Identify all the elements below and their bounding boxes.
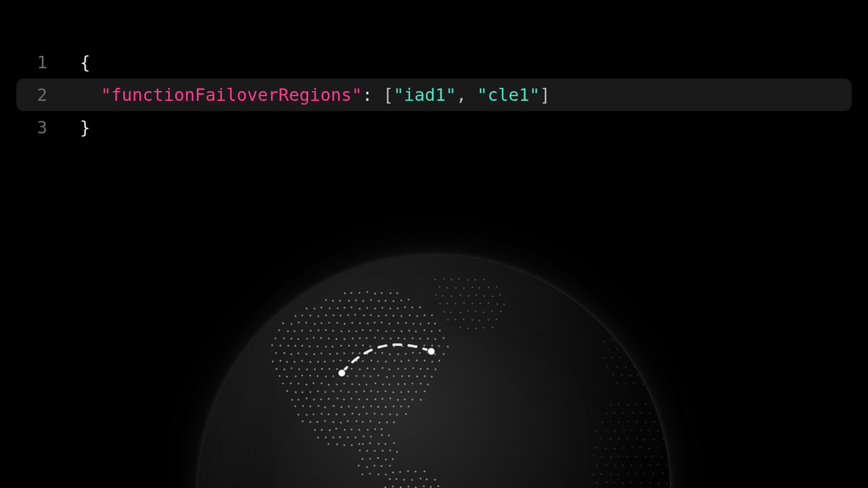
svg-point-924 bbox=[450, 312, 452, 313]
svg-point-770 bbox=[623, 429, 625, 431]
svg-point-193 bbox=[283, 369, 285, 370]
svg-point-185 bbox=[394, 359, 395, 361]
svg-point-4 bbox=[366, 291, 368, 293]
land-dots-europe bbox=[604, 322, 666, 385]
svg-point-774 bbox=[657, 431, 659, 432]
svg-point-387 bbox=[399, 471, 401, 473]
code-content: "functionFailoverRegions": ["iad1", "cle… bbox=[69, 85, 550, 105]
svg-point-2 bbox=[350, 292, 352, 294]
svg-point-27 bbox=[350, 306, 352, 308]
svg-point-903 bbox=[488, 286, 489, 288]
svg-point-366 bbox=[359, 450, 361, 451]
svg-point-912 bbox=[492, 296, 494, 297]
svg-point-63 bbox=[336, 322, 338, 324]
svg-point-156 bbox=[352, 352, 354, 354]
svg-point-288 bbox=[397, 399, 399, 401]
svg-point-373 bbox=[369, 458, 371, 459]
svg-point-761 bbox=[618, 421, 620, 423]
svg-point-295 bbox=[318, 405, 320, 407]
svg-point-23 bbox=[321, 307, 322, 309]
svg-point-209 bbox=[405, 368, 406, 369]
svg-point-281 bbox=[343, 399, 344, 400]
svg-point-374 bbox=[377, 457, 379, 459]
svg-point-309 bbox=[306, 414, 308, 415]
svg-point-817 bbox=[653, 473, 654, 474]
svg-point-815 bbox=[635, 473, 636, 474]
svg-point-918 bbox=[471, 303, 473, 304]
svg-point-340 bbox=[344, 429, 346, 431]
svg-point-241 bbox=[328, 384, 329, 386]
svg-point-286 bbox=[381, 398, 383, 400]
svg-point-189 bbox=[424, 359, 425, 361]
svg-point-697 bbox=[646, 322, 647, 323]
svg-point-168 bbox=[443, 353, 444, 355]
svg-point-820 bbox=[606, 481, 608, 483]
svg-point-61 bbox=[321, 322, 322, 324]
svg-point-103 bbox=[306, 338, 308, 339]
svg-point-825 bbox=[649, 482, 651, 484]
svg-point-932 bbox=[455, 319, 456, 320]
svg-point-933 bbox=[463, 318, 464, 320]
svg-point-227 bbox=[378, 375, 379, 376]
svg-point-235 bbox=[282, 382, 284, 384]
svg-point-776 bbox=[610, 439, 611, 440]
svg-point-98 bbox=[439, 330, 441, 331]
svg-point-760 bbox=[610, 420, 611, 422]
svg-point-85 bbox=[341, 330, 342, 332]
svg-point-381 bbox=[389, 465, 391, 466]
svg-point-717 bbox=[633, 348, 634, 350]
svg-point-794 bbox=[610, 456, 612, 458]
svg-point-750 bbox=[635, 404, 636, 406]
svg-point-376 bbox=[392, 458, 393, 460]
svg-point-256 bbox=[295, 391, 297, 393]
svg-point-335 bbox=[393, 421, 395, 423]
svg-point-928 bbox=[483, 311, 484, 313]
svg-point-80 bbox=[301, 330, 303, 331]
svg-point-86 bbox=[348, 330, 350, 332]
svg-point-160 bbox=[381, 352, 383, 354]
svg-point-755 bbox=[632, 412, 634, 414]
svg-point-355 bbox=[336, 444, 338, 445]
svg-point-79 bbox=[293, 330, 295, 332]
svg-point-703 bbox=[642, 331, 643, 333]
svg-point-910 bbox=[476, 294, 477, 296]
svg-point-58 bbox=[298, 322, 299, 323]
svg-point-188 bbox=[416, 359, 418, 361]
svg-point-329 bbox=[347, 420, 348, 422]
svg-point-26 bbox=[343, 307, 345, 309]
svg-point-795 bbox=[618, 455, 620, 457]
svg-point-87 bbox=[355, 330, 357, 332]
svg-point-701 bbox=[625, 331, 627, 333]
svg-point-225 bbox=[363, 375, 365, 376]
svg-point-233 bbox=[424, 375, 425, 377]
svg-point-109 bbox=[352, 338, 354, 339]
svg-point-751 bbox=[645, 403, 647, 405]
svg-point-375 bbox=[385, 459, 387, 460]
svg-point-108 bbox=[343, 338, 345, 340]
svg-point-714 bbox=[608, 349, 609, 351]
svg-point-297 bbox=[333, 405, 334, 407]
svg-point-215 bbox=[286, 376, 288, 377]
svg-point-735 bbox=[660, 367, 662, 368]
svg-point-786 bbox=[623, 447, 624, 449]
svg-point-333 bbox=[379, 422, 380, 423]
svg-point-254 bbox=[427, 383, 429, 385]
svg-point-780 bbox=[643, 439, 645, 440]
svg-point-52 bbox=[409, 314, 411, 316]
svg-point-819 bbox=[596, 482, 598, 484]
svg-point-745 bbox=[642, 384, 644, 386]
svg-point-359 bbox=[381, 434, 382, 436]
svg-point-397 bbox=[434, 479, 436, 480]
svg-point-718 bbox=[642, 349, 644, 351]
code-editor: 1 { 2 "functionFailoverRegions": ["iad1"… bbox=[16, 46, 852, 144]
svg-point-941 bbox=[483, 327, 484, 329]
svg-point-698 bbox=[656, 323, 658, 325]
svg-point-202 bbox=[351, 368, 353, 369]
svg-point-391 bbox=[389, 478, 391, 480]
svg-point-346 bbox=[317, 436, 319, 438]
svg-point-328 bbox=[340, 422, 342, 423]
svg-point-149 bbox=[297, 352, 299, 354]
svg-point-323 bbox=[302, 420, 303, 422]
svg-point-722 bbox=[611, 357, 612, 358]
svg-point-326 bbox=[324, 420, 326, 422]
